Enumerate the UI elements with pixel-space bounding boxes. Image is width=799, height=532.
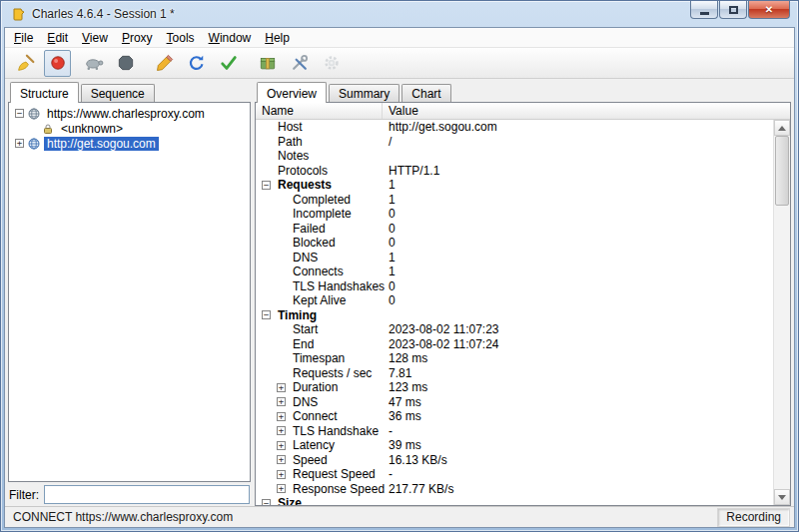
overview-row[interactable]: +Duration123 ms bbox=[256, 380, 773, 395]
collapse-icon[interactable]: − bbox=[262, 181, 271, 190]
vertical-scrollbar[interactable] bbox=[773, 120, 790, 505]
record-button[interactable] bbox=[44, 50, 71, 77]
menu-item-file[interactable]: File bbox=[7, 29, 40, 47]
overview-row[interactable]: Requests / sec7.81 bbox=[256, 366, 773, 381]
tab-overview[interactable]: Overview bbox=[257, 82, 327, 103]
name-cell: Requests / sec bbox=[256, 366, 383, 380]
maximize-button[interactable] bbox=[719, 1, 747, 19]
overview-row[interactable]: Failed0 bbox=[256, 222, 773, 237]
scrollbar-thumb[interactable] bbox=[775, 136, 789, 206]
name-cell: +Latency bbox=[256, 438, 383, 452]
structure-tree[interactable]: −https://www.charlesproxy.com<unknown>+h… bbox=[8, 102, 251, 482]
expand-icon[interactable]: + bbox=[15, 139, 24, 148]
row-name: DNS bbox=[293, 395, 318, 409]
settings-button[interactable] bbox=[286, 50, 313, 77]
name-cell: Path bbox=[256, 135, 383, 149]
overview-row[interactable]: Kept Alive0 bbox=[256, 293, 773, 308]
overview-table: Hosthttp://get.sogou.comPath/NotesProtoc… bbox=[256, 120, 790, 505]
menu-item-window[interactable]: Window bbox=[202, 29, 259, 47]
overview-row[interactable]: End2023-08-02 11:07:24 bbox=[256, 337, 773, 352]
tab-chart[interactable]: Chart bbox=[401, 84, 450, 102]
tree-item[interactable]: −https://www.charlesproxy.com bbox=[9, 106, 250, 121]
clear-session-button[interactable] bbox=[12, 50, 39, 77]
overview-row[interactable]: TLS Handshakes0 bbox=[256, 279, 773, 294]
close-button[interactable]: ✕ bbox=[748, 1, 790, 19]
row-value: 217.77 KB/s bbox=[383, 482, 773, 496]
filter-input[interactable] bbox=[44, 485, 250, 504]
overview-row[interactable]: +Response Speed217.77 KB/s bbox=[256, 482, 773, 497]
title-bar[interactable]: Charles 4.6.4 - Session 1 * ✕ bbox=[1, 1, 798, 27]
menu-item-view[interactable]: View bbox=[75, 29, 115, 47]
overview-row[interactable]: +TLS Handshake- bbox=[256, 424, 773, 439]
tools-button[interactable] bbox=[254, 50, 281, 77]
overview-row[interactable]: Completed1 bbox=[256, 193, 773, 208]
overview-row[interactable]: Timespan128 ms bbox=[256, 351, 773, 366]
overview-row[interactable]: −Requests1 bbox=[256, 178, 773, 193]
record-icon bbox=[48, 53, 68, 73]
column-header-name[interactable]: Name bbox=[256, 103, 383, 119]
tab-structure[interactable]: Structure bbox=[10, 82, 79, 103]
expand-icon[interactable]: + bbox=[277, 484, 286, 493]
overview-row[interactable]: Incomplete0 bbox=[256, 207, 773, 222]
expand-icon[interactable]: + bbox=[277, 441, 286, 450]
breakpoints-button[interactable] bbox=[112, 50, 139, 77]
tab-summary[interactable]: Summary bbox=[329, 84, 400, 102]
overview-row[interactable]: DNS1 bbox=[256, 251, 773, 266]
row-name: Host bbox=[278, 120, 303, 134]
throttle-button[interactable] bbox=[80, 50, 107, 77]
overview-row[interactable]: Blocked0 bbox=[256, 236, 773, 251]
overview-row[interactable]: +Latency39 ms bbox=[256, 438, 773, 453]
row-value: 0 bbox=[383, 293, 773, 307]
overview-row[interactable]: −Size bbox=[256, 496, 773, 505]
scroll-up-button[interactable] bbox=[774, 120, 790, 136]
overview-row[interactable]: +Speed16.13 KB/s bbox=[256, 453, 773, 468]
overview-row[interactable]: Connects1 bbox=[256, 265, 773, 279]
overview-row[interactable]: Start2023-08-02 11:07:23 bbox=[256, 322, 773, 337]
expand-icon[interactable]: + bbox=[277, 412, 286, 421]
name-cell: Protocols bbox=[256, 164, 383, 178]
preferences-button[interactable] bbox=[318, 50, 345, 77]
minimize-button[interactable] bbox=[690, 1, 718, 19]
name-cell: −Timing bbox=[256, 308, 383, 322]
tree-item[interactable]: +http://get.sogou.com bbox=[9, 136, 250, 151]
overview-row[interactable]: Notes bbox=[256, 149, 773, 164]
collapse-icon[interactable]: − bbox=[262, 310, 271, 319]
tab-sequence[interactable]: Sequence bbox=[81, 84, 155, 102]
expander-slot: + bbox=[277, 455, 293, 464]
row-value: 2023-08-02 11:07:23 bbox=[383, 322, 773, 336]
expand-icon[interactable]: + bbox=[277, 383, 286, 392]
scroll-down-button[interactable] bbox=[774, 489, 790, 505]
column-header-value[interactable]: Value bbox=[383, 103, 790, 119]
name-cell: −Size bbox=[256, 496, 383, 505]
scrollbar-track[interactable] bbox=[774, 136, 790, 489]
repeat-button[interactable] bbox=[183, 50, 210, 77]
name-cell: Blocked bbox=[256, 236, 383, 250]
menu-item-tools[interactable]: Tools bbox=[160, 29, 202, 47]
row-value: 0 bbox=[383, 207, 773, 221]
overview-row[interactable]: Hosthttp://get.sogou.com bbox=[256, 120, 773, 135]
collapse-icon[interactable]: − bbox=[262, 499, 271, 505]
overview-row[interactable]: +Request Speed- bbox=[256, 467, 773, 482]
expand-icon[interactable]: + bbox=[277, 455, 286, 464]
row-value: 128 ms bbox=[383, 351, 773, 365]
expand-icon[interactable]: + bbox=[277, 470, 286, 479]
overview-row[interactable]: Path/ bbox=[256, 135, 773, 150]
menu-item-help[interactable]: Help bbox=[258, 29, 297, 47]
window-controls: ✕ bbox=[689, 1, 790, 19]
name-cell: End bbox=[256, 337, 383, 351]
maximize-icon bbox=[729, 6, 738, 14]
tree-item[interactable]: <unknown> bbox=[9, 121, 250, 136]
check-icon bbox=[219, 53, 239, 73]
overview-row[interactable]: +Connect36 ms bbox=[256, 409, 773, 424]
name-cell: DNS bbox=[256, 251, 383, 265]
validate-button[interactable] bbox=[215, 50, 242, 77]
overview-row[interactable]: +DNS47 ms bbox=[256, 395, 773, 410]
overview-row[interactable]: ProtocolsHTTP/1.1 bbox=[256, 164, 773, 179]
expand-icon[interactable]: + bbox=[277, 397, 286, 406]
compose-button[interactable] bbox=[151, 50, 178, 77]
menu-item-proxy[interactable]: Proxy bbox=[115, 29, 160, 47]
collapse-icon[interactable]: − bbox=[15, 109, 24, 118]
expand-icon[interactable]: + bbox=[277, 426, 286, 435]
menu-item-edit[interactable]: Edit bbox=[40, 29, 75, 47]
overview-row[interactable]: −Timing bbox=[256, 308, 773, 323]
